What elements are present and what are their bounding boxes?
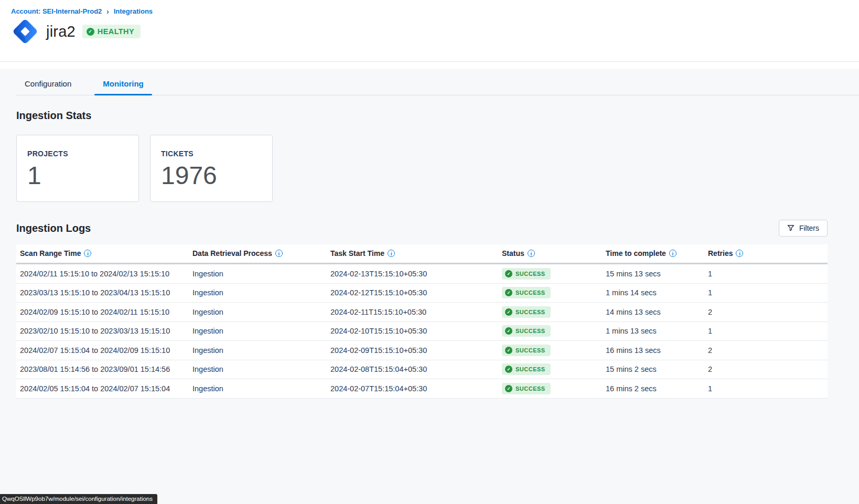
status-badge: ✓ SUCCESS [502, 345, 551, 356]
stat-value: 1976 [161, 163, 272, 188]
scan-range-cell: 2024/02/07 15:15:04 to 2024/02/09 15:15:… [16, 346, 189, 355]
scan-range-cell: 2024/02/05 15:15:04 to 2024/02/07 15:15:… [16, 384, 189, 393]
column-label: Data Retrieval Process [192, 249, 272, 258]
retries-cell: 1 [704, 384, 828, 393]
success-check-icon: ✓ [505, 270, 512, 277]
task-start-cell: 2024-02-09T15:15:10+05:30 [327, 346, 498, 355]
status-badge-label: SUCCESS [516, 366, 545, 372]
table-row[interactable]: 2023/08/01 15:14:56 to 2023/09/01 15:14:… [16, 360, 828, 380]
column-header-status[interactable]: Status i [498, 244, 602, 263]
column-header-time-to-complete[interactable]: Time to complete i [602, 244, 704, 263]
status-badge: ✓ SUCCESS [502, 363, 551, 375]
scan-range-cell: 2023/02/10 15:15:10 to 2023/03/13 15:15:… [16, 327, 189, 335]
column-header-retries[interactable]: Retries i [704, 244, 828, 263]
table-row[interactable]: 2024/02/07 15:15:04 to 2024/02/09 15:15:… [16, 341, 828, 360]
tab-configuration[interactable]: Configuration [16, 73, 80, 95]
column-label: Task Start Time [330, 249, 384, 258]
stat-value: 1 [27, 163, 138, 188]
time-to-complete-cell: 1 mins 13 secs [602, 327, 704, 335]
column-label: Status [502, 249, 524, 258]
table-row[interactable]: 2024/02/09 15:15:10 to 2024/02/11 15:15:… [16, 303, 828, 322]
info-icon[interactable]: i [528, 250, 535, 257]
title-row: jira2 ✓ HEALTHY [11, 17, 859, 46]
status-badge: ✓ SUCCESS [502, 383, 551, 394]
column-header-task-start[interactable]: Task Start Time i [327, 244, 498, 263]
status-badge: ✓ SUCCESS [502, 306, 551, 318]
time-to-complete-cell: 15 mins 2 secs [602, 365, 704, 373]
main-panel: Configuration Monitoring Ingestion Stats… [0, 69, 859, 504]
retries-cell: 2 [704, 365, 828, 373]
stat-card-projects: PROJECTS 1 [16, 135, 139, 202]
info-icon[interactable]: i [275, 250, 283, 257]
status-badge-label: SUCCESS [516, 289, 545, 296]
status-badge: ✓ SUCCESS [502, 287, 551, 298]
tab-bar: Configuration Monitoring [16, 69, 859, 95]
info-icon[interactable]: i [84, 250, 91, 257]
process-cell: Ingestion [189, 308, 327, 316]
task-start-cell: 2024-02-13T15:15:10+05:30 [327, 270, 498, 278]
task-start-cell: 2024-02-12T15:15:10+05:30 [327, 288, 498, 297]
info-icon[interactable]: i [388, 250, 395, 257]
status-cell: ✓ SUCCESS [498, 325, 602, 337]
page-header: Account: SEI-Internal-Prod2 › Integratio… [0, 0, 859, 62]
breadcrumb-account-link[interactable]: Account: SEI-Internal-Prod2 [11, 7, 102, 15]
column-header-scan-range[interactable]: Scan Range Time i [16, 244, 189, 263]
success-check-icon: ✓ [505, 385, 512, 392]
filters-button-label: Filters [799, 224, 819, 232]
stat-label: PROJECTS [27, 149, 138, 158]
status-cell: ✓ SUCCESS [498, 363, 602, 375]
success-check-icon: ✓ [505, 347, 512, 354]
ingestion-logs-title: Ingestion Logs [16, 222, 91, 234]
health-badge-label: HEALTHY [98, 27, 134, 36]
status-badge-label: SUCCESS [516, 385, 545, 392]
table-row[interactable]: 2024/02/05 15:15:04 to 2024/02/07 15:15:… [16, 379, 828, 399]
health-status-badge: ✓ HEALTHY [82, 25, 141, 38]
scan-range-cell: 2023/08/01 15:14:56 to 2023/09/01 15:14:… [16, 365, 189, 373]
stat-label: TICKETS [161, 149, 272, 158]
breadcrumb-integrations-link[interactable]: Integrations [114, 7, 153, 15]
status-cell: ✓ SUCCESS [498, 383, 602, 394]
info-icon[interactable]: i [669, 250, 677, 257]
status-cell: ✓ SUCCESS [498, 287, 602, 298]
status-cell: ✓ SUCCESS [498, 268, 602, 280]
status-badge-label: SUCCESS [516, 328, 545, 334]
task-start-cell: 2024-02-08T15:15:04+05:30 [327, 365, 498, 373]
filters-button[interactable]: Filters [779, 220, 828, 237]
process-cell: Ingestion [189, 365, 327, 373]
stat-cards: PROJECTS 1 TICKETS 1976 [16, 135, 828, 202]
scan-range-cell: 2024/02/09 15:15:10 to 2024/02/11 15:15:… [16, 308, 189, 316]
time-to-complete-cell: 15 mins 13 secs [602, 270, 704, 278]
table-row[interactable]: 2023/03/13 15:15:10 to 2023/04/13 15:15:… [16, 284, 828, 303]
tab-monitoring[interactable]: Monitoring [94, 73, 152, 95]
status-badge-label: SUCCESS [516, 347, 545, 353]
link-preview-statusbar: QwqOSllWp9ob7w/module/sei/configuration/… [0, 494, 157, 504]
status-badge-label: SUCCESS [516, 271, 545, 277]
ingestion-stats-title: Ingestion Stats [16, 110, 828, 122]
process-cell: Ingestion [189, 288, 327, 297]
header-gap [0, 62, 859, 69]
retries-cell: 2 [704, 346, 828, 355]
status-badge-label: SUCCESS [516, 309, 545, 315]
task-start-cell: 2024-02-10T15:15:10+05:30 [327, 327, 498, 335]
table-row[interactable]: 2023/02/10 15:15:10 to 2023/03/13 15:15:… [16, 322, 828, 341]
scan-range-cell: 2024/02/11 15:15:10 to 2024/02/13 15:15:… [16, 270, 189, 278]
retries-cell: 2 [704, 308, 828, 316]
column-header-process[interactable]: Data Retrieval Process i [189, 244, 327, 263]
success-check-icon: ✓ [505, 366, 512, 373]
ingestion-logs-header: Ingestion Logs Filters [16, 220, 828, 237]
check-circle-icon: ✓ [87, 28, 94, 36]
ingestion-logs-table: Scan Range Time i Data Retrieval Process… [16, 244, 828, 399]
scan-range-cell: 2023/03/13 15:15:10 to 2023/04/13 15:15:… [16, 288, 189, 297]
process-cell: Ingestion [189, 346, 327, 355]
status-cell: ✓ SUCCESS [498, 306, 602, 318]
stat-card-tickets: TICKETS 1976 [150, 135, 273, 202]
retries-cell: 1 [704, 288, 828, 297]
time-to-complete-cell: 14 mins 13 secs [602, 308, 704, 316]
task-start-cell: 2024-02-11T15:15:10+05:30 [327, 308, 498, 316]
retries-cell: 1 [704, 270, 828, 278]
breadcrumb: Account: SEI-Internal-Prod2 › Integratio… [11, 7, 859, 15]
time-to-complete-cell: 16 mins 2 secs [602, 384, 704, 393]
info-icon[interactable]: i [736, 250, 743, 257]
table-row[interactable]: 2024/02/11 15:15:10 to 2024/02/13 15:15:… [16, 264, 828, 284]
table-body: 2024/02/11 15:15:10 to 2024/02/13 15:15:… [16, 264, 828, 399]
